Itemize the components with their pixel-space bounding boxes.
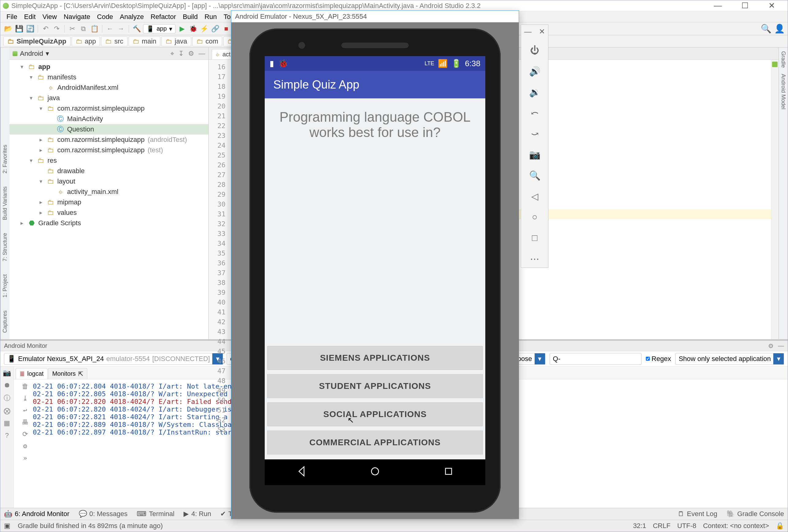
bt-gradle-console[interactable]: 🐘Gradle Console — [726, 510, 784, 518]
status-pos[interactable]: 32:1 — [633, 522, 646, 530]
attach-icon[interactable]: 🔗 — [211, 24, 220, 34]
tree-item[interactable]: ▸🗀values — [9, 208, 208, 218]
chevron-down-icon[interactable]: ▾ — [46, 50, 49, 58]
crumb-5[interactable]: 🗀com — [192, 37, 222, 46]
answer-4-button[interactable]: COMMERCIAL APPLICATIONS — [267, 431, 483, 454]
nav-back-icon[interactable]: ← — [105, 24, 115, 34]
tab-logcat[interactable]: ≣ logcat — [16, 368, 47, 379]
hide-icon[interactable]: — — [778, 342, 784, 350]
menu-analyze[interactable]: Analyze — [117, 12, 147, 22]
tree-arrow-icon[interactable]: ▸ — [38, 136, 44, 143]
menu-run[interactable]: Run — [201, 12, 220, 22]
window-maximize-button[interactable]: ☐ — [731, 0, 758, 11]
tree-arrow-icon[interactable]: ▾ — [38, 178, 44, 185]
back-icon[interactable]: ◁ — [526, 190, 543, 202]
tree-item[interactable]: ▸⬣Gradle Scripts — [9, 218, 208, 228]
sidetab-gradle[interactable]: Gradle — [780, 51, 786, 68]
sidetab-favorites[interactable]: 2: Favorites — [0, 142, 10, 176]
tree-item[interactable]: ▾🗀java — [9, 93, 208, 103]
bt-run[interactable]: ▶4: Run — [183, 510, 211, 518]
log-search-input[interactable] — [550, 353, 642, 365]
project-tree[interactable]: ▾🗀app▾🗀manifests⟐AndroidManifest.xml▾🗀ja… — [9, 60, 208, 339]
run-icon[interactable]: ▶ — [177, 24, 186, 34]
project-view-label[interactable]: Android — [20, 50, 43, 58]
crumb-3[interactable]: 🗀main — [129, 37, 160, 46]
cut-icon[interactable]: ✂ — [68, 24, 77, 34]
tree-item[interactable]: ⟐AndroidManifest.xml — [9, 82, 208, 93]
tree-arrow-icon[interactable]: ▸ — [38, 209, 44, 216]
app-filter-select[interactable]: Show only selected application ▾ — [675, 353, 784, 365]
rotate-right-icon[interactable]: ⤻ — [526, 127, 543, 140]
crumb-2[interactable]: 🗀src — [101, 37, 127, 46]
tree-arrow-icon[interactable]: ▾ — [38, 105, 44, 112]
tree-item[interactable]: ⒸQuestion — [9, 124, 208, 135]
regex-checkbox[interactable]: Regex — [646, 355, 671, 363]
device-select[interactable]: 📱 Emulator Nexus_5X_API_24 emulator-5554… — [4, 353, 223, 365]
tree-item[interactable]: 🗀drawable — [9, 166, 208, 176]
debug-icon[interactable]: 🐞 — [189, 24, 198, 34]
clear-log-icon[interactable]: 🗑 — [22, 382, 28, 390]
screenshot-icon[interactable]: 📷 — [3, 369, 11, 377]
status-eol[interactable]: CRLF — [653, 522, 670, 530]
copy-icon[interactable]: ⧉ — [79, 24, 88, 34]
menu-code[interactable]: Code — [94, 12, 116, 22]
nav-fwd-icon[interactable]: → — [116, 24, 125, 34]
status-enc[interactable]: UTF-8 — [677, 522, 696, 530]
bt-messages[interactable]: 💬0: Messages — [79, 510, 128, 518]
user-icon[interactable]: 👤 — [774, 24, 785, 34]
search-icon[interactable]: 🔍 — [761, 24, 771, 34]
menu-file[interactable]: File — [3, 12, 20, 22]
paste-icon[interactable]: 📋 — [90, 24, 99, 34]
restart-icon[interactable]: ⟳ — [22, 430, 28, 438]
sidetab-project[interactable]: 1: Project — [0, 272, 10, 300]
tree-item[interactable]: ▾🗀manifests — [9, 72, 208, 82]
regex-checkbox-input[interactable] — [646, 357, 650, 361]
bt-android-monitor[interactable]: 🤖6: Android Monitor — [4, 510, 70, 518]
tree-arrow-icon[interactable]: ▸ — [38, 199, 44, 205]
window-close-button[interactable]: ✕ — [758, 0, 785, 11]
window-minimize-button[interactable]: — — [704, 0, 731, 11]
tree-item[interactable]: ▸🗀com.razormist.simplequizapp (androidTe… — [9, 135, 208, 145]
volume-up-icon[interactable]: 🔊 — [526, 65, 543, 78]
save-icon[interactable]: 💾 — [14, 24, 24, 34]
run-config-select[interactable]: 📱 app ▾ — [143, 24, 176, 34]
crumb-1[interactable]: 🗀app — [72, 37, 100, 46]
tree-item[interactable]: ▾🗀res — [9, 155, 208, 166]
power-icon[interactable]: ⏻ — [526, 44, 543, 57]
nav-home-button[interactable] — [369, 465, 381, 479]
phone-screen[interactable]: ▮ 🐞 LTE 📶 🔋 6:38 Simple Quiz App Program… — [265, 56, 485, 485]
open-icon[interactable]: 📂 — [3, 24, 13, 34]
target-icon[interactable]: ⌖ — [170, 50, 174, 58]
layout-inspector-icon[interactable]: ▦ — [4, 419, 10, 427]
sidetab-captures[interactable]: Captures — [0, 308, 10, 336]
gear-icon[interactable]: ⚙ — [188, 50, 194, 58]
zoom-icon[interactable]: 🔍 — [526, 169, 543, 182]
nav-overview-button[interactable] — [442, 465, 455, 479]
sidetab-structure[interactable]: 7: Structure — [0, 230, 10, 264]
answer-3-button[interactable]: SOCIAL APPLICATIONS — [267, 402, 483, 426]
menu-refactor[interactable]: Refactor — [147, 12, 179, 22]
tree-arrow-icon[interactable]: ▸ — [38, 147, 44, 154]
sync-icon[interactable]: 🔄 — [25, 24, 35, 34]
tree-item[interactable]: ▸🗀com.razormist.simplequizapp (test) — [9, 145, 208, 155]
lock-icon[interactable]: 🔒 — [776, 522, 784, 530]
more-icon[interactable]: ⋯ — [526, 252, 543, 265]
tree-arrow-icon[interactable]: ▾ — [28, 95, 34, 101]
hide-icon[interactable]: — — [199, 50, 205, 58]
soft-wrap-icon[interactable]: ↩ — [23, 406, 27, 414]
sidetab-android-model[interactable]: Android Model — [780, 74, 786, 110]
bt-event-log[interactable]: 🗒Event Log — [678, 510, 717, 518]
settings-icon[interactable]: ⚙ — [23, 442, 27, 450]
gear-icon[interactable]: ⚙ — [768, 342, 774, 350]
tab-monitors[interactable]: Monitors ⇱ — [48, 368, 87, 379]
tree-item[interactable]: ⒸMainActivity — [9, 114, 208, 124]
close-emulator-icon[interactable]: ✕ — [539, 27, 545, 36]
minimize-emulator-icon[interactable]: — — [524, 27, 532, 36]
emulator-window[interactable]: Android Emulator - Nexus_5X_API_23:5554 … — [231, 11, 519, 519]
answer-2-button[interactable]: STUDENT APPLICATIONS — [267, 374, 483, 398]
redo-icon[interactable]: ↷ — [52, 24, 61, 34]
print-icon[interactable]: 🖶 — [22, 418, 28, 426]
sidetab-build-variants[interactable]: Build Variants — [0, 183, 10, 223]
stop-icon[interactable]: ■ — [221, 24, 231, 34]
volume-down-icon[interactable]: 🔉 — [526, 85, 543, 98]
